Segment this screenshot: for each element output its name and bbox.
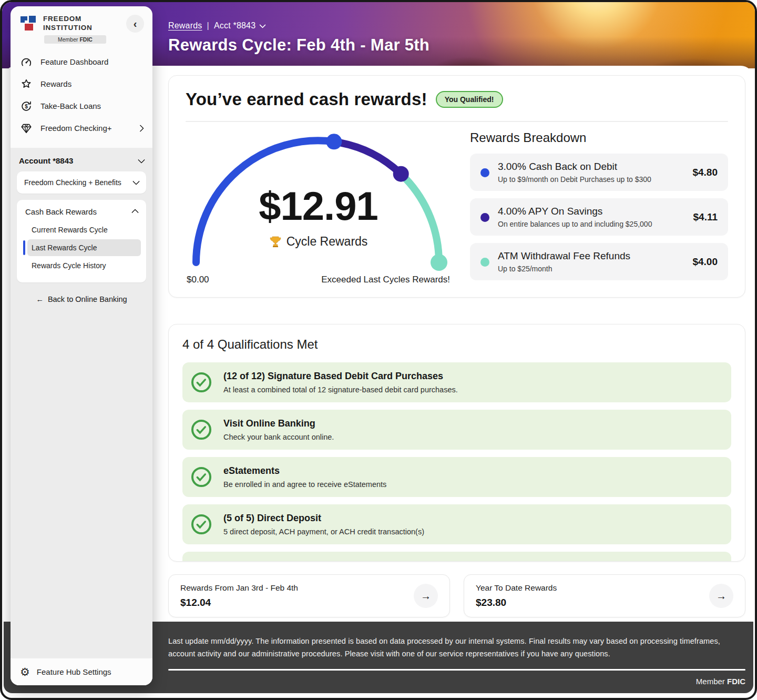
sidebar-item-label: Rewards bbox=[40, 79, 71, 88]
sidebar-account-section: Account *8843 Freedom Checking + Benefit… bbox=[11, 148, 152, 658]
gauge-dot-indigo bbox=[393, 166, 409, 182]
sidebar-item-rewards-cycle-history[interactable]: Rewards Cycle History bbox=[27, 257, 141, 274]
gauge-segment-indigo bbox=[340, 143, 401, 174]
summary-card-title: Rewards From Jan 3rd - Feb 4th bbox=[180, 583, 298, 593]
breadcrumb-account-dropdown[interactable]: Acct *8843 bbox=[214, 21, 255, 31]
breakdown-item-title: 4.00% APY On Savings bbox=[498, 206, 685, 217]
freedom-institution-logo bbox=[20, 16, 39, 32]
check-circle-icon bbox=[190, 513, 213, 536]
sidebar-nav: Feature Dashboard Rewards $ Take-Back Lo… bbox=[11, 46, 152, 148]
cash-rewards-card: You’ve earned cash rewards! You Qualifie… bbox=[168, 75, 745, 298]
chevron-up-icon bbox=[131, 209, 139, 216]
sidebar-item-current-rewards-cycle[interactable]: Current Rewards Cycle bbox=[27, 221, 141, 238]
qualification-title: (12 of 12) Signature Based Debit Card Pu… bbox=[223, 371, 458, 382]
breadcrumb-rewards-link[interactable]: Rewards bbox=[168, 21, 202, 31]
qualification-subtitle: Be enrolled in and agree to receive eSta… bbox=[223, 480, 386, 489]
year-to-date-rewards-card[interactable]: Year To Date Rewards $23.80 → bbox=[464, 574, 745, 617]
member-text: Member bbox=[696, 677, 725, 686]
summary-card-amount: $12.04 bbox=[180, 597, 298, 608]
summary-cards: Rewards From Jan 3rd - Feb 4th $12.04 → … bbox=[168, 574, 745, 617]
qualification-row: (5 of 5) Direct Deposit 5 direct deposit… bbox=[182, 504, 731, 544]
rewards-breakdown: Rewards Breakdown 3.00% Cash Back on Deb… bbox=[470, 128, 728, 288]
check-circle-icon bbox=[190, 371, 213, 394]
arrow-right-icon[interactable]: → bbox=[709, 584, 733, 608]
dollar-refresh-icon: $ bbox=[20, 100, 33, 112]
speedometer-icon bbox=[20, 56, 33, 68]
breakdown-item-amount: $4.80 bbox=[692, 167, 718, 178]
sidebar-item-label: Freedom Checking+ bbox=[40, 124, 111, 133]
rewards-gauge: $12.91 Cycle Rewards $0.00 Exceeded Last… bbox=[186, 128, 451, 288]
gauge-dot-teal bbox=[431, 254, 447, 271]
breadcrumb: Rewards | Acct *8843 bbox=[168, 21, 429, 31]
qualification-row: Visit Online Banking Check your bank acc… bbox=[182, 410, 731, 450]
qualification-row-partial bbox=[182, 552, 731, 562]
sidebar-item-last-rewards-cycle[interactable]: Last Rewards Cycle bbox=[27, 239, 141, 256]
product-select[interactable]: Freedom Checking + Benefits bbox=[17, 171, 146, 194]
feature-hub-settings[interactable]: ⚙ Feature Hub Settings bbox=[11, 658, 152, 685]
summary-card-title: Year To Date Rewards bbox=[476, 583, 557, 593]
member-fdic-label: Member FDIC bbox=[168, 677, 745, 686]
breadcrumb-separator: | bbox=[207, 21, 209, 31]
sidebar: FREEDOM INSTITUTION Member FDIC ‹ Featur… bbox=[11, 6, 152, 685]
settings-label: Feature Hub Settings bbox=[37, 667, 111, 676]
breakdown-item-amount: $4.00 bbox=[692, 256, 718, 268]
qualification-title: Visit Online Banking bbox=[223, 418, 334, 429]
cash-back-rewards-group: Cash Back Rewards Current Rewards Cycle … bbox=[17, 200, 146, 282]
fdic-text: FDIC bbox=[79, 36, 93, 43]
qualifications-title: 4 of 4 Qualifications Met bbox=[182, 337, 731, 352]
back-to-online-banking-link[interactable]: ← Back to Online Banking bbox=[17, 295, 146, 303]
summary-card-amount: $23.80 bbox=[476, 597, 557, 608]
sidebar-collapse-button[interactable]: ‹ bbox=[126, 15, 144, 33]
header-text: Rewards | Acct *8843 Rewards Cycle: Feb … bbox=[168, 21, 429, 55]
cash-back-rewards-toggle[interactable]: Cash Back Rewards bbox=[22, 206, 141, 220]
check-circle-icon bbox=[190, 465, 213, 489]
logo-line2: INSTITUTION bbox=[43, 24, 106, 33]
rewards-earned-heading: You’ve earned cash rewards! bbox=[186, 89, 427, 109]
member-text: Member bbox=[58, 36, 78, 43]
disclaimer-text: Last update mm/dd/yyyy. The information … bbox=[168, 635, 725, 661]
qualifications-card: 4 of 4 Qualifications Met (12 of 12) Sig… bbox=[168, 324, 745, 562]
gauge-dot-blue bbox=[326, 134, 342, 149]
breakdown-item-subtitle: Up to $25/month bbox=[498, 265, 684, 273]
arrow-left-icon: ← bbox=[36, 295, 44, 303]
sidebar-item-take-back-loans[interactable]: $ Take-Back Loans bbox=[15, 95, 148, 117]
sidebar-item-rewards[interactable]: Rewards bbox=[15, 73, 148, 95]
diamond-icon bbox=[20, 123, 33, 134]
page-title: Rewards Cycle: Feb 4th - Mar 5th bbox=[168, 36, 429, 55]
sidebar-item-label: Take-Back Loans bbox=[40, 102, 101, 110]
cycle-rewards-amount: $12.91 bbox=[186, 183, 451, 229]
account-header-dropdown[interactable]: Account *8843 bbox=[17, 156, 146, 171]
star-icon bbox=[20, 78, 33, 90]
breakdown-row-atm: ATM Withdrawal Fee Refunds Up to $25/mon… bbox=[470, 243, 728, 280]
breakdown-row-debit: 3.00% Cash Back on Debit Up to $9/month … bbox=[470, 154, 728, 191]
breakdown-item-subtitle: On entire balances up to and including $… bbox=[498, 220, 685, 228]
gauge-exceeded-label: Exceeded Last Cycles Rewards! bbox=[321, 275, 450, 285]
check-circle-icon bbox=[190, 418, 213, 441]
breakdown-item-title: ATM Withdrawal Fee Refunds bbox=[498, 250, 684, 262]
chevron-down-icon bbox=[132, 178, 140, 185]
legend-dot-blue bbox=[480, 168, 489, 177]
qualification-subtitle: Check your bank account online. bbox=[223, 433, 334, 441]
breakdown-item-title: 3.00% Cash Back on Debit bbox=[498, 161, 684, 173]
qualification-subtitle: At least a combined total of 12 signatur… bbox=[223, 385, 458, 394]
sidebar-item-freedom-checking-plus[interactable]: Freedom Checking+ bbox=[15, 117, 148, 139]
gauge-min-label: $0.00 bbox=[187, 275, 209, 285]
logo-line1: FREEDOM bbox=[43, 15, 106, 24]
chevron-down-icon[interactable] bbox=[259, 22, 266, 28]
previous-cycle-rewards-card[interactable]: Rewards From Jan 3rd - Feb 4th $12.04 → bbox=[168, 574, 450, 617]
divider bbox=[186, 121, 728, 122]
qualification-title: eStatements bbox=[223, 465, 386, 476]
breakdown-title: Rewards Breakdown bbox=[470, 130, 728, 145]
qualified-badge: You Qualified! bbox=[436, 91, 503, 108]
account-number-label: Account *8843 bbox=[19, 156, 73, 165]
gear-icon: ⚙ bbox=[20, 666, 30, 677]
back-link-label: Back to Online Banking bbox=[48, 295, 127, 303]
qualification-row: eStatements Be enrolled in and agree to … bbox=[182, 457, 731, 497]
sidebar-item-feature-dashboard[interactable]: Feature Dashboard bbox=[15, 51, 148, 73]
fdic-text: FDIC bbox=[727, 677, 745, 686]
legend-dot-indigo bbox=[480, 213, 489, 222]
svg-text:$: $ bbox=[25, 103, 28, 109]
breakdown-row-savings: 4.00% APY On Savings On entire balances … bbox=[470, 198, 728, 236]
arrow-right-icon[interactable]: → bbox=[414, 584, 438, 608]
qualification-title: (5 of 5) Direct Deposit bbox=[223, 513, 424, 524]
